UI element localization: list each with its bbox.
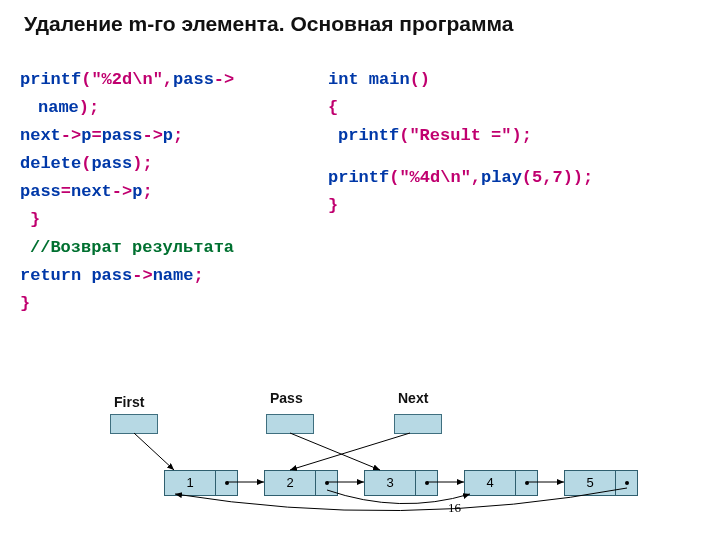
list-node-4: 4 (464, 470, 538, 496)
kw-p: p (132, 182, 142, 201)
kw-pass: pass (20, 182, 61, 201)
list-node-3: 3 (364, 470, 438, 496)
node-pointer (316, 471, 337, 495)
pointer-box-pass (266, 414, 314, 434)
sym-arrow: -> (61, 126, 81, 145)
node-value: 5 (565, 471, 616, 495)
sym-brace: { (328, 98, 338, 117)
sym: ; (173, 126, 183, 145)
kw-printf: printf (20, 70, 81, 89)
kw-delete: delete (20, 154, 81, 173)
sym-arrow: -> (142, 126, 162, 145)
sym: (5,7)); (522, 168, 593, 187)
label-first: First (114, 394, 144, 410)
sym-brace: } (328, 196, 338, 215)
node-pointer (416, 471, 437, 495)
sym: ); (132, 154, 152, 173)
sym-parens: () (410, 70, 430, 89)
kw-next: next (20, 126, 61, 145)
list-node-2: 2 (264, 470, 338, 496)
kw-play: play (481, 168, 522, 187)
sym-eq: = (61, 182, 71, 201)
kw-printf: printf (328, 168, 389, 187)
node-value: 1 (165, 471, 216, 495)
sym-arrow: -> (132, 266, 152, 285)
comment: //Возврат результата (30, 238, 234, 257)
kw-pass: pass (173, 70, 214, 89)
list-node-5: 5 (564, 470, 638, 496)
kw-name: name (153, 266, 194, 285)
svg-line-2 (290, 433, 410, 470)
sym-brace: } (30, 210, 40, 229)
sym: ( (81, 154, 91, 173)
kw-next: next (71, 182, 112, 201)
sym-eq: = (91, 126, 101, 145)
list-node-1: 1 (164, 470, 238, 496)
pointer-box-first (110, 414, 158, 434)
pointer-box-next (394, 414, 442, 434)
sym-brace: } (20, 294, 30, 313)
kw-p: p (81, 126, 91, 145)
node-value: 3 (365, 471, 416, 495)
sym-arrow: -> (112, 182, 132, 201)
node-pointer (616, 471, 637, 495)
node-pointer (516, 471, 537, 495)
kw-int: int (328, 70, 359, 89)
sym: ; (193, 266, 203, 285)
label-pass: Pass (270, 390, 303, 406)
sym-arrow: -> (214, 70, 234, 89)
sym: ("%4d\n", (389, 168, 481, 187)
kw-main: main (369, 70, 410, 89)
kw-pass: pass (102, 126, 143, 145)
node-value: 4 (465, 471, 516, 495)
kw-printf: printf (338, 126, 399, 145)
node-pointer (216, 471, 237, 495)
page-number: 16 (448, 500, 461, 516)
sym: ("%2d\n", (81, 70, 173, 89)
kw-pass: pass (91, 154, 132, 173)
kw-return: return (20, 266, 81, 285)
linked-list-diagram: First Pass Next 1 2 3 4 5 (80, 370, 660, 530)
node-value: 2 (265, 471, 316, 495)
kw-name: name (38, 98, 79, 117)
arrows-layer (80, 370, 660, 530)
kw-pass: pass (91, 266, 132, 285)
sym: ); (79, 98, 99, 117)
left-code-column: printf("%2d\n",pass-> name); next->p=pas… (20, 66, 320, 318)
right-code-column: int main() { printf("Result ="); printf(… (328, 66, 698, 220)
sym: ("Result ="); (399, 126, 532, 145)
svg-line-0 (134, 433, 174, 470)
sym: ; (142, 182, 152, 201)
kw-p: p (163, 126, 173, 145)
svg-line-1 (290, 433, 380, 470)
slide-title: Удаление m-го элемента. Основная програм… (24, 12, 513, 36)
label-next: Next (398, 390, 428, 406)
